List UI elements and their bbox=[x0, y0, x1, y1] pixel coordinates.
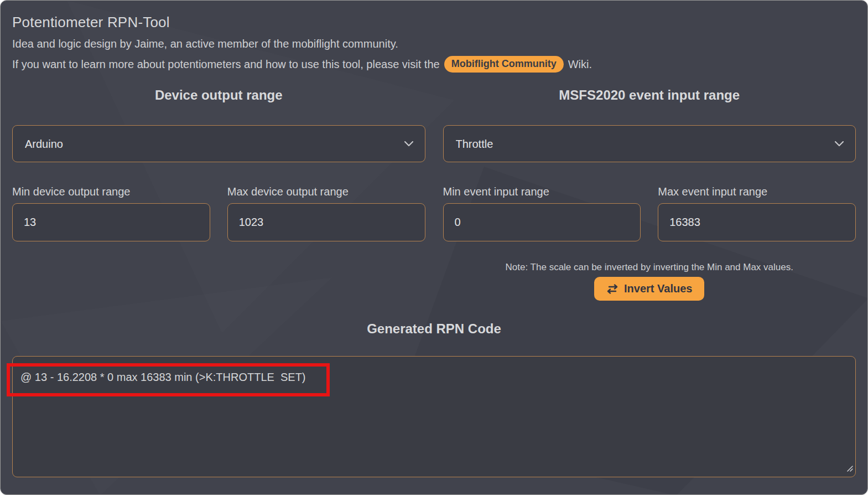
device-output-section: Device output range Arduino Min device o… bbox=[12, 87, 425, 301]
invert-values-label: Invert Values bbox=[624, 282, 692, 295]
app-window: Potentiometer RPN-Tool Idea and logic de… bbox=[0, 0, 868, 495]
max-device-output-label: Max device output range bbox=[227, 185, 425, 198]
generated-rpn-heading: Generated RPN Code bbox=[12, 321, 856, 337]
min-device-output-input[interactable] bbox=[12, 203, 210, 241]
swap-arrows-icon bbox=[606, 284, 618, 294]
max-event-input-label: Max event input range bbox=[658, 185, 856, 198]
subtitle-text: Idea and logic design by Jaime, an activ… bbox=[12, 37, 856, 51]
device-select[interactable]: Arduino bbox=[12, 125, 425, 162]
min-event-input-label: Min event input range bbox=[443, 185, 641, 198]
page-title: Potentiometer RPN-Tool bbox=[12, 14, 856, 31]
rpn-code-textarea[interactable]: @ 13 - 16.2208 * 0 max 16383 min (>K:THR… bbox=[12, 356, 856, 477]
min-device-output-label: Min device output range bbox=[12, 185, 210, 198]
invert-note-text: Note: The scale can be inverted by inver… bbox=[443, 262, 856, 273]
rpn-code-container: @ 13 - 16.2208 * 0 max 16383 min (>K:THR… bbox=[12, 356, 856, 477]
invert-values-button[interactable]: Invert Values bbox=[594, 277, 704, 301]
info-text-suffix: Wiki. bbox=[568, 57, 592, 71]
max-event-input-input[interactable] bbox=[658, 203, 856, 241]
info-text-prefix: If you want to learn more about potentio… bbox=[12, 57, 440, 71]
mobiflight-community-link[interactable]: Mobiflight Community bbox=[444, 56, 564, 73]
max-event-input-field-group: Max event input range bbox=[658, 185, 856, 241]
event-input-heading: MSFS2020 event input range bbox=[443, 87, 856, 103]
event-select[interactable]: Throttle bbox=[443, 125, 856, 162]
event-input-section: MSFS2020 event input range Throttle Min … bbox=[443, 87, 856, 301]
max-device-output-field-group: Max device output range bbox=[227, 185, 425, 241]
min-device-output-field-group: Min device output range bbox=[12, 185, 210, 241]
device-output-heading: Device output range bbox=[12, 87, 425, 103]
max-device-output-input[interactable] bbox=[227, 203, 425, 241]
min-event-input-input[interactable] bbox=[443, 203, 641, 241]
min-event-input-field-group: Min event input range bbox=[443, 185, 641, 241]
